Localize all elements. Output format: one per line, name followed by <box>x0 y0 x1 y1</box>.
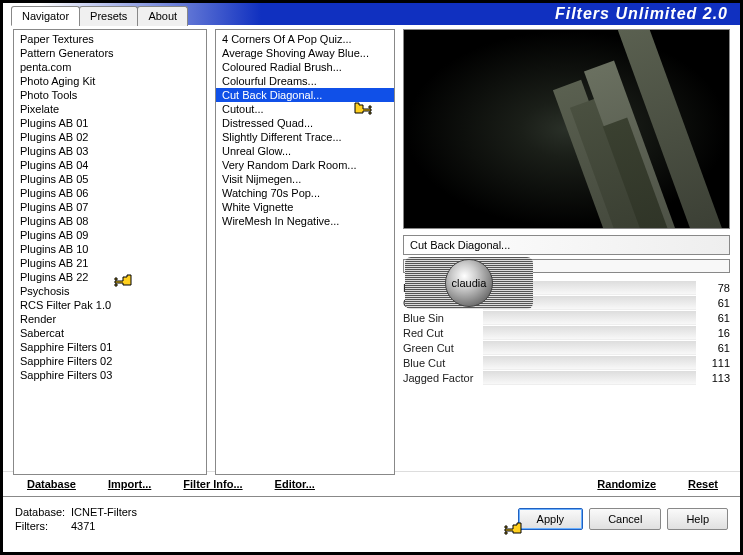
preview-image <box>403 29 730 229</box>
main-panels: Paper Textures Pattern Generators penta.… <box>3 25 740 475</box>
progress-bar <box>403 259 730 273</box>
slider-row: Blue Sin 61 <box>403 311 730 325</box>
slider-label: Green Sin <box>403 297 483 309</box>
filters-count-label: Filters: <box>15 519 71 533</box>
list-item[interactable]: Plugins AB 06 <box>14 186 206 200</box>
slider-row: Red Sin 78 <box>403 281 730 295</box>
slider-label: Blue Sin <box>403 312 483 324</box>
list-item[interactable]: Very Random Dark Room... <box>216 158 394 172</box>
list-item[interactable]: Sapphire Filters 01 <box>14 340 206 354</box>
list-item[interactable]: Visit Nijmegen... <box>216 172 394 186</box>
footer: Database: ICNET-Filters Filters: 4371 Ap… <box>3 496 740 541</box>
list-item[interactable]: Cutout... <box>216 102 394 116</box>
list-item[interactable]: Sabercat <box>14 326 206 340</box>
list-item[interactable]: Distressed Quad... <box>216 116 394 130</box>
list-item-selected[interactable]: Cut Back Diagonal... <box>216 88 394 102</box>
list-item[interactable]: Watching 70s Pop... <box>216 186 394 200</box>
slider-value: 61 <box>696 297 730 309</box>
right-panel: Cut Back Diagonal... Red Sin 78 Green Si… <box>403 29 730 475</box>
list-item[interactable]: Plugins AB 02 <box>14 130 206 144</box>
list-item[interactable]: penta.com <box>14 60 206 74</box>
slider-track[interactable] <box>483 326 696 340</box>
slider-row: Green Cut 61 <box>403 341 730 355</box>
tab-row: Navigator Presets About <box>11 6 187 26</box>
filter-list[interactable]: 4 Corners Of A Pop Quiz... Average Shovi… <box>215 29 395 475</box>
list-item[interactable]: 4 Corners Of A Pop Quiz... <box>216 32 394 46</box>
slider-value: 78 <box>696 282 730 294</box>
slider-value: 61 <box>696 312 730 324</box>
list-item[interactable]: Render <box>14 312 206 326</box>
randomize-link[interactable]: Randomize <box>597 478 656 490</box>
help-button[interactable]: Help <box>667 508 728 530</box>
database-link[interactable]: Database <box>27 478 76 490</box>
list-item[interactable]: Plugins AB 04 <box>14 158 206 172</box>
list-item[interactable]: Sapphire Filters 02 <box>14 354 206 368</box>
list-item[interactable]: Pixelate <box>14 102 206 116</box>
list-item[interactable]: Plugins AB 21 <box>14 256 206 270</box>
selected-filter-name: Cut Back Diagonal... <box>403 235 730 255</box>
slider-track[interactable] <box>483 296 696 310</box>
list-item[interactable]: Plugins AB 08 <box>14 214 206 228</box>
list-item[interactable]: Sapphire Filters 03 <box>14 368 206 382</box>
list-item[interactable]: Slightly Different Trace... <box>216 130 394 144</box>
list-item[interactable]: Pattern Generators <box>14 46 206 60</box>
header-bar: Filters Unlimited 2.0 Navigator Presets … <box>3 3 740 25</box>
list-item[interactable]: Plugins AB 03 <box>14 144 206 158</box>
editor-link[interactable]: Editor... <box>275 478 315 490</box>
list-item-highlighted[interactable]: Plugins AB 09 <box>14 228 206 242</box>
slider-value: 113 <box>696 372 730 384</box>
slider-row: Green Sin 61 <box>403 296 730 310</box>
list-item[interactable]: Average Shoving Away Blue... <box>216 46 394 60</box>
footer-info: Database: ICNET-Filters Filters: 4371 <box>15 505 137 533</box>
slider-track[interactable] <box>483 341 696 355</box>
slider-row: Blue Cut 111 <box>403 356 730 370</box>
list-item[interactable]: Plugins AB 10 <box>14 242 206 256</box>
slider-label: Red Cut <box>403 327 483 339</box>
tab-navigator[interactable]: Navigator <box>11 6 80 26</box>
list-item[interactable]: Photo Aging Kit <box>14 74 206 88</box>
slider-label: Blue Cut <box>403 357 483 369</box>
database-value: ICNET-Filters <box>71 505 137 519</box>
reset-link[interactable]: Reset <box>688 478 718 490</box>
tab-about[interactable]: About <box>137 6 188 26</box>
list-item[interactable]: Photo Tools <box>14 88 206 102</box>
slider-value: 111 <box>696 357 730 369</box>
slider-track[interactable] <box>483 371 696 385</box>
list-item[interactable]: Plugins AB 22 <box>14 270 206 284</box>
list-item[interactable]: Plugins AB 07 <box>14 200 206 214</box>
import-link[interactable]: Import... <box>108 478 151 490</box>
slider-label: Jagged Factor <box>403 372 483 384</box>
category-list[interactable]: Paper Textures Pattern Generators penta.… <box>13 29 207 475</box>
slider-row: Jagged Factor 113 <box>403 371 730 385</box>
filters-count-value: 4371 <box>71 519 95 533</box>
list-item[interactable]: RCS Filter Pak 1.0 <box>14 298 206 312</box>
slider-panel: Red Sin 78 Green Sin 61 Blue Sin 61 Red … <box>403 281 730 475</box>
database-label: Database: <box>15 505 71 519</box>
list-item[interactable]: White Vignette <box>216 200 394 214</box>
filter-info-link[interactable]: Filter Info... <box>183 478 242 490</box>
tab-presets[interactable]: Presets <box>79 6 138 26</box>
list-item[interactable]: Paper Textures <box>14 32 206 46</box>
list-item[interactable]: Coloured Radial Brush... <box>216 60 394 74</box>
list-item[interactable]: Colourful Dreams... <box>216 74 394 88</box>
slider-value: 61 <box>696 342 730 354</box>
slider-label: Green Cut <box>403 342 483 354</box>
cancel-button[interactable]: Cancel <box>589 508 661 530</box>
apply-button[interactable]: Apply <box>518 508 584 530</box>
slider-track[interactable] <box>483 356 696 370</box>
slider-track[interactable] <box>483 281 696 295</box>
slider-label: Red Sin <box>403 282 483 294</box>
list-item[interactable]: Plugins AB 05 <box>14 172 206 186</box>
slider-track[interactable] <box>483 311 696 325</box>
list-item[interactable]: Plugins AB 01 <box>14 116 206 130</box>
list-item[interactable]: Unreal Glow... <box>216 144 394 158</box>
list-item[interactable]: Psychosis <box>14 284 206 298</box>
slider-value: 16 <box>696 327 730 339</box>
window: Filters Unlimited 2.0 Navigator Presets … <box>0 0 743 555</box>
list-item[interactable]: WireMesh In Negative... <box>216 214 394 228</box>
slider-row: Red Cut 16 <box>403 326 730 340</box>
